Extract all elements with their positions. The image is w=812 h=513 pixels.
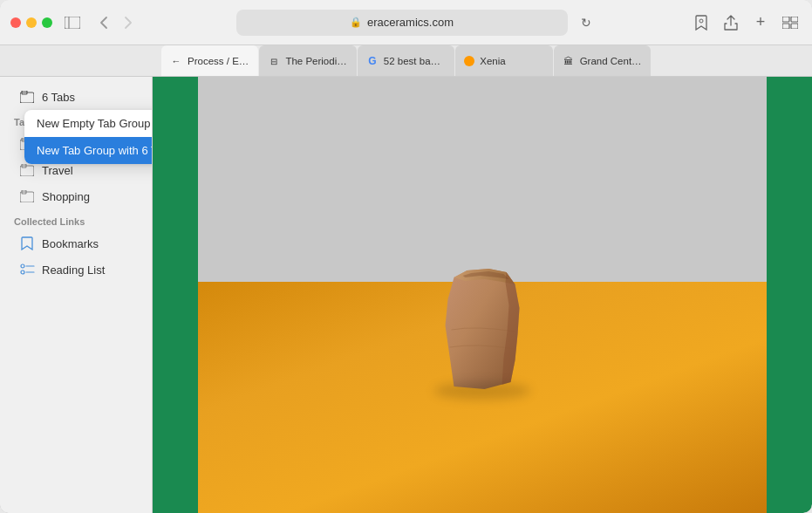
svg-rect-4 — [791, 17, 798, 22]
travel-label: Travel — [42, 164, 73, 177]
ceramic-object — [433, 260, 533, 391]
svg-point-16 — [21, 270, 24, 274]
privacy-icon: 🔒 — [350, 17, 362, 28]
green-right-panel — [767, 77, 812, 513]
bookmarks-label: Bookmarks — [42, 237, 99, 250]
sidebar-item-reading-list[interactable]: Reading List — [5, 257, 147, 282]
forward-button[interactable] — [117, 11, 140, 34]
back-button[interactable] — [92, 11, 115, 34]
traffic-lights — [10, 17, 52, 28]
nav-buttons — [92, 11, 140, 34]
svg-rect-5 — [782, 24, 789, 29]
sidebar-item-bookmarks[interactable]: Bookmarks — [5, 231, 147, 256]
tab-banofee[interactable]: G 52 best banofee r... — [358, 45, 454, 77]
tab-label-xenia: Xenia — [480, 56, 543, 66]
sidebar-item-shopping[interactable]: Shopping — [5, 184, 147, 209]
tab-strip: ← Process / Era Cer... ⊟ The Periodic Ta… — [0, 45, 812, 77]
green-left-panel — [153, 77, 198, 513]
page-content — [153, 77, 812, 513]
reading-list-label: Reading List — [42, 263, 105, 277]
address-bar-container: 🔒 eraceramics.com ↻ — [150, 10, 683, 36]
new-tab-button[interactable]: + — [749, 11, 772, 34]
reload-button[interactable]: ↻ — [575, 11, 597, 34]
dropdown-item-with6-label: New Tab Group with 6 Tabs — [37, 144, 153, 157]
url-text: eraceramics.com — [367, 16, 454, 29]
main-image-area[interactable] — [198, 77, 767, 513]
titlebar: 🔒 eraceramics.com ↻ + — [0, 0, 812, 45]
svg-rect-3 — [782, 17, 789, 22]
svg-rect-0 — [65, 17, 80, 29]
address-bar[interactable]: 🔒 eraceramics.com — [236, 10, 568, 36]
tab-overview-button[interactable] — [779, 11, 802, 34]
content-area: 6 Tabs New Empty Tab Group New Tab Group… — [0, 77, 812, 513]
tab-favicon-banofee: G — [366, 55, 379, 67]
svg-rect-6 — [791, 24, 798, 29]
travel-group-icon — [19, 162, 35, 178]
bookmarks-button[interactable] — [690, 11, 713, 34]
six-tabs-label: 6 Tabs — [42, 91, 75, 104]
toolbar-right: + — [690, 11, 802, 34]
bookmarks-sidebar-icon — [19, 236, 35, 251]
close-button[interactable] — [10, 17, 21, 28]
dropdown-menu: New Empty Tab Group New Tab Group with 6… — [24, 110, 153, 164]
tab-grand-central[interactable]: 🏛 Grand Central Ma... — [554, 45, 651, 77]
tab-label-banofee: 52 best banofee r... — [384, 56, 446, 66]
tab-periodic[interactable]: ⊟ The Periodic Tabl... — [259, 45, 356, 77]
dropdown-item-empty-label: New Empty Tab Group — [37, 117, 151, 130]
tab-favicon-xenia — [464, 56, 474, 66]
collected-links-header: Collected Links — [0, 209, 152, 230]
tab-label-process: Process / Era Cer... — [188, 56, 249, 66]
browser-window: 🔒 eraceramics.com ↻ + — [0, 0, 812, 513]
share-button[interactable] — [720, 11, 742, 34]
reading-list-icon — [19, 262, 35, 277]
sidebar: 6 Tabs New Empty Tab Group New Tab Group… — [0, 77, 153, 513]
tab-favicon-periodic: ⊟ — [268, 55, 280, 67]
svg-point-2 — [699, 19, 703, 23]
dropdown-item-empty[interactable]: New Empty Tab Group — [24, 110, 153, 137]
tab-xenia[interactable]: Xenia — [455, 45, 552, 77]
sidebar-item-6tabs[interactable]: 6 Tabs — [5, 85, 147, 109]
tabs-icon — [19, 89, 35, 105]
dropdown-item-with6[interactable]: New Tab Group with 6 Tabs — [24, 137, 153, 164]
tab-label-periodic: The Periodic Tabl... — [285, 56, 347, 66]
tab-process[interactable]: ← Process / Era Cer... — [161, 45, 258, 77]
tab-favicon-process: ← — [170, 55, 182, 67]
shopping-label: Shopping — [42, 190, 90, 203]
shopping-group-icon — [19, 188, 35, 204]
browser-content — [153, 77, 812, 513]
fullscreen-button[interactable] — [42, 17, 52, 28]
minimize-button[interactable] — [26, 17, 37, 28]
tab-label-grand-central: Grand Central Ma... — [580, 56, 642, 66]
tab-favicon-grand-central: 🏛 — [563, 55, 575, 67]
sidebar-toggle-button[interactable] — [63, 13, 82, 32]
svg-point-15 — [21, 264, 24, 268]
